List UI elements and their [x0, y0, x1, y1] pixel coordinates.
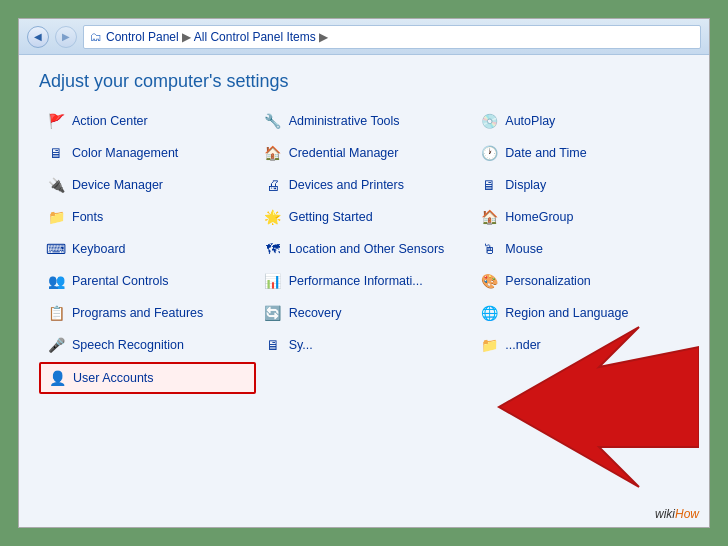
item-nder[interactable]: 📁 ...nder — [472, 330, 689, 360]
performance-info-label: Performance Informati... — [289, 274, 423, 288]
item-mouse[interactable]: 🖱 Mouse — [472, 234, 689, 264]
credential-manager-label: Credential Manager — [289, 146, 399, 160]
back-button[interactable]: ◀ — [27, 26, 49, 48]
path-control-panel[interactable]: Control Panel — [106, 30, 179, 44]
item-speech-recognition[interactable]: 🎤 Speech Recognition — [39, 330, 256, 360]
column-2: 🔧 Administrative Tools 🏠 Credential Mana… — [256, 106, 473, 394]
date-time-icon: 🕐 — [479, 143, 499, 163]
keyboard-label: Keyboard — [72, 242, 126, 256]
address-path: 🗂 Control Panel ▶ All Control Panel Item… — [83, 25, 701, 49]
item-personalization[interactable]: 🎨 Personalization — [472, 266, 689, 296]
mouse-icon: 🖱 — [479, 239, 499, 259]
mouse-label: Mouse — [505, 242, 543, 256]
color-management-label: Color Management — [72, 146, 178, 160]
item-display[interactable]: 🖥 Display — [472, 170, 689, 200]
item-admin-tools[interactable]: 🔧 Administrative Tools — [256, 106, 473, 136]
recovery-icon: 🔄 — [263, 303, 283, 323]
outer-border: ◀ ▶ 🗂 Control Panel ▶ All Control Panel … — [10, 10, 718, 536]
fonts-label: Fonts — [72, 210, 103, 224]
item-device-manager[interactable]: 🔌 Device Manager — [39, 170, 256, 200]
user-accounts-label: User Accounts — [73, 371, 154, 385]
speech-recognition-label: Speech Recognition — [72, 338, 184, 352]
item-credential-manager[interactable]: 🏠 Credential Manager — [256, 138, 473, 168]
page-title: Adjust your computer's settings — [39, 71, 689, 92]
system-label: Sy... — [289, 338, 313, 352]
item-keyboard[interactable]: ⌨ Keyboard — [39, 234, 256, 264]
device-manager-icon: 🔌 — [46, 175, 66, 195]
item-action-center[interactable]: 🚩 Action Center — [39, 106, 256, 136]
path-all-items[interactable]: All Control Panel Items — [194, 30, 316, 44]
location-sensors-label: Location and Other Sensors — [289, 242, 445, 256]
item-region-language[interactable]: 🌐 Region and Language — [472, 298, 689, 328]
item-programs-features[interactable]: 📋 Programs and Features — [39, 298, 256, 328]
display-label: Display — [505, 178, 546, 192]
personalization-label: Personalization — [505, 274, 590, 288]
admin-tools-label: Administrative Tools — [289, 114, 400, 128]
getting-started-label: Getting Started — [289, 210, 373, 224]
item-date-time[interactable]: 🕐 Date and Time — [472, 138, 689, 168]
region-language-label: Region and Language — [505, 306, 628, 320]
programs-features-label: Programs and Features — [72, 306, 203, 320]
forward-button[interactable]: ▶ — [55, 26, 77, 48]
color-management-icon: 🖥 — [46, 143, 66, 163]
autoplay-label: AutoPlay — [505, 114, 555, 128]
system-icon: 🖥 — [263, 335, 283, 355]
region-language-icon: 🌐 — [479, 303, 499, 323]
column-1: 🚩 Action Center 🖥 Color Management 🔌 Dev… — [39, 106, 256, 394]
items-grid: 🚩 Action Center 🖥 Color Management 🔌 Dev… — [39, 106, 689, 394]
user-accounts-icon: 👤 — [47, 368, 67, 388]
nder-label: ...nder — [505, 338, 540, 352]
address-bar: ◀ ▶ 🗂 Control Panel ▶ All Control Panel … — [19, 19, 709, 55]
item-getting-started[interactable]: 🌟 Getting Started — [256, 202, 473, 232]
parental-controls-icon: 👥 — [46, 271, 66, 291]
item-homegroup[interactable]: 🏠 HomeGroup — [472, 202, 689, 232]
wikihow-badge: wikiHow — [655, 507, 699, 521]
recovery-label: Recovery — [289, 306, 342, 320]
programs-features-icon: 📋 — [46, 303, 66, 323]
personalization-icon: 🎨 — [479, 271, 499, 291]
device-manager-label: Device Manager — [72, 178, 163, 192]
devices-printers-icon: 🖨 — [263, 175, 283, 195]
nder-icon: 📁 — [479, 335, 499, 355]
action-center-icon: 🚩 — [46, 111, 66, 131]
parental-controls-label: Parental Controls — [72, 274, 169, 288]
action-center-label: Action Center — [72, 114, 148, 128]
item-fonts[interactable]: 📁 Fonts — [39, 202, 256, 232]
item-color-management[interactable]: 🖥 Color Management — [39, 138, 256, 168]
item-parental-controls[interactable]: 👥 Parental Controls — [39, 266, 256, 296]
wiki-text: wiki — [655, 507, 675, 521]
item-recovery[interactable]: 🔄 Recovery — [256, 298, 473, 328]
content-area: Adjust your computer's settings 🚩 Action… — [19, 55, 709, 527]
item-devices-printers[interactable]: 🖨 Devices and Printers — [256, 170, 473, 200]
keyboard-icon: ⌨ — [46, 239, 66, 259]
date-time-label: Date and Time — [505, 146, 586, 160]
autoplay-icon: 💿 — [479, 111, 499, 131]
admin-tools-icon: 🔧 — [263, 111, 283, 131]
control-panel-window: ◀ ▶ 🗂 Control Panel ▶ All Control Panel … — [18, 18, 710, 528]
fonts-icon: 📁 — [46, 207, 66, 227]
display-icon: 🖥 — [479, 175, 499, 195]
column-3: 💿 AutoPlay 🕐 Date and Time 🖥 Display 🏠 H… — [472, 106, 689, 394]
getting-started-icon: 🌟 — [263, 207, 283, 227]
item-user-accounts[interactable]: 👤 User Accounts — [39, 362, 256, 394]
homegroup-icon: 🏠 — [479, 207, 499, 227]
performance-info-icon: 📊 — [263, 271, 283, 291]
how-text: How — [675, 507, 699, 521]
item-autoplay[interactable]: 💿 AutoPlay — [472, 106, 689, 136]
homegroup-label: HomeGroup — [505, 210, 573, 224]
folder-icon: 🗂 — [90, 30, 102, 44]
location-sensors-icon: 🗺 — [263, 239, 283, 259]
speech-recognition-icon: 🎤 — [46, 335, 66, 355]
item-performance-info[interactable]: 📊 Performance Informati... — [256, 266, 473, 296]
devices-printers-label: Devices and Printers — [289, 178, 404, 192]
credential-manager-icon: 🏠 — [263, 143, 283, 163]
item-system[interactable]: 🖥 Sy... — [256, 330, 473, 360]
item-location-sensors[interactable]: 🗺 Location and Other Sensors — [256, 234, 473, 264]
